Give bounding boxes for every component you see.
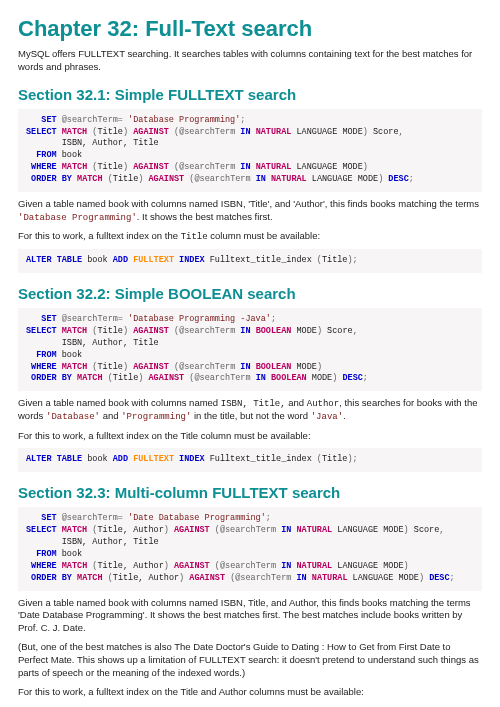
code-block-2: SET @searchTerm= 'Database Programming -… bbox=[18, 308, 482, 391]
section-3-title: Section 32.3: Multi-column FULLTEXT sear… bbox=[18, 484, 482, 501]
intro-text: MySQL offers FULLTEXT searching. It sear… bbox=[18, 48, 482, 74]
s2-para-1: Given a table named book with columns na… bbox=[18, 397, 482, 423]
code-block-1: SET @searchTerm= 'Database Programming';… bbox=[18, 109, 482, 192]
section-2-title: Section 32.2: Simple BOOLEAN search bbox=[18, 285, 482, 302]
code-block-3: SET @searchTerm= 'Date Database Programm… bbox=[18, 507, 482, 590]
s1-para-2: For this to work, a fulltext index on th… bbox=[18, 230, 482, 243]
code-block-2b: ALTER TABLE book ADD FULLTEXT INDEX Full… bbox=[18, 448, 482, 472]
page: Chapter 32: Full-Text search MySQL offer… bbox=[0, 0, 500, 698]
code-block-1b: ALTER TABLE book ADD FULLTEXT INDEX Full… bbox=[18, 249, 482, 273]
s3-para-2: (But, one of the best matches is also Th… bbox=[18, 641, 482, 679]
chapter-title: Chapter 32: Full-Text search bbox=[18, 16, 482, 42]
s1-para-1: Given a table named book with columns na… bbox=[18, 198, 482, 224]
s2-para-2: For this to work, a fulltext index on th… bbox=[18, 430, 482, 443]
section-1-title: Section 32.1: Simple FULLTEXT search bbox=[18, 86, 482, 103]
s3-para-1: Given a table named book with columns na… bbox=[18, 597, 482, 635]
s3-para-3: For this to work, a fulltext index on th… bbox=[18, 686, 482, 699]
